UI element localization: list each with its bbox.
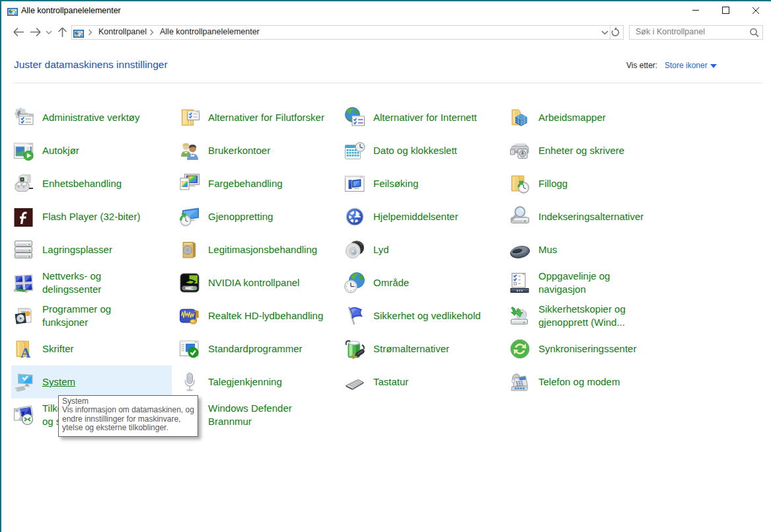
- svg-text:A: A: [20, 345, 31, 360]
